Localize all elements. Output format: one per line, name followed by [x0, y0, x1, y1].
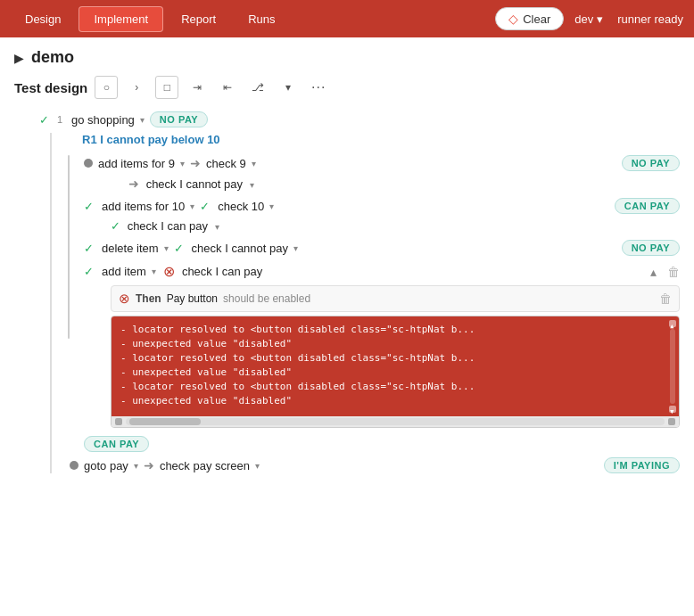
goto-row: goto pay ▾ ➜ check pay screen ▾ I'M PAYI…: [70, 457, 680, 473]
top-nav: Design Implement Report Runs ◇ Clear dev…: [0, 0, 694, 37]
scroll-down-btn[interactable]: ▾: [669, 406, 676, 413]
rule-label: R1 I cannot pay below 10: [66, 133, 680, 146]
circle-icon-btn[interactable]: ○: [95, 76, 118, 99]
square-icon-btn[interactable]: □: [155, 76, 178, 99]
step5-chevron-icon[interactable]: ▾: [152, 267, 156, 276]
step2-check-chevron-icon[interactable]: ▾: [252, 159, 256, 168]
step2-check[interactable]: check 9: [206, 157, 246, 170]
scroll-right-btn[interactable]: [668, 418, 675, 425]
error-line-2: - unexpected value "disabled": [120, 338, 513, 349]
error-line-5: - locator resolved to <button disabled c…: [120, 381, 513, 392]
then-row: ⊗ Then Pay button should be enabled 🗑: [111, 285, 680, 312]
goto-check-chevron-icon[interactable]: ▾: [255, 461, 260, 471]
clear-button[interactable]: ◇ Clear: [495, 7, 564, 30]
error-panel: - locator resolved to <button disabled c…: [112, 316, 679, 416]
can-pay-badge-row: CAN PAY: [84, 437, 680, 450]
test-design-row: Test design ○ › □ ⇥ ⇤ ⎇ ▾ ···: [14, 76, 680, 99]
step5-chevron-up-icon[interactable]: ▴: [650, 265, 657, 279]
scroll-up-btn[interactable]: ▴: [669, 320, 676, 327]
scroll-x-thumb[interactable]: [129, 418, 201, 425]
error-panel-border: - locator resolved to <button disabled c…: [111, 316, 680, 428]
chevron-right-icon-btn[interactable]: ›: [125, 76, 148, 99]
then-element[interactable]: Pay button: [167, 292, 218, 305]
step5-name[interactable]: add item: [102, 265, 146, 278]
error-panel-wrapper: - locator resolved to <button disabled c…: [111, 316, 680, 428]
step2-arrow-icon: ➜: [190, 156, 201, 170]
error-scrollbar-x: [112, 416, 679, 427]
goto-badge: I'M PAYING: [604, 457, 680, 473]
step1-name[interactable]: go shopping: [71, 113, 135, 127]
tab-implement[interactable]: Implement: [78, 6, 163, 32]
then-label: Then: [136, 292, 161, 305]
step4-badge: NO PAY: [622, 240, 680, 256]
chevron-down-icon: ▾: [597, 12, 603, 26]
step2-name[interactable]: add items for 9: [98, 157, 175, 170]
clear-label: Clear: [523, 12, 550, 26]
step1-chevron-icon[interactable]: ▾: [140, 115, 145, 125]
step3-check[interactable]: check 10: [218, 200, 264, 213]
branch-icon-btn[interactable]: ⎇: [246, 76, 269, 99]
then-should: should be enabled: [223, 292, 310, 305]
step4-check-chevron-icon[interactable]: ▾: [293, 243, 298, 253]
goto-dot-icon: [70, 461, 78, 470]
tab-runs[interactable]: Runs: [234, 7, 289, 31]
step2-chevron-icon[interactable]: ▾: [180, 159, 185, 168]
goto-arrow-icon: ➜: [144, 458, 154, 472]
step-row-3: ✓ add items for 10 ▾ ✓ check 10 ▾ CAN PA…: [84, 198, 680, 233]
step-row-2: add items for 9 ▾ ➜ check 9 ▾ NO PAY ➜ c…: [84, 155, 680, 191]
step5-check-icon: ✓: [84, 265, 96, 278]
goto-check[interactable]: check pay screen: [160, 459, 250, 472]
steps-area: ✓ 1 go shopping ▾ NO PAY R1 I cannot pay…: [14, 111, 680, 473]
project-name: demo: [31, 48, 74, 67]
tab-design[interactable]: Design: [11, 7, 75, 31]
step4-check-icon: ✓: [84, 242, 96, 255]
step5-error-icon: ⊗: [163, 263, 175, 280]
error-scrollbar-y[interactable]: ▴ ▾: [668, 320, 677, 413]
arrow-right-bar-icon-btn[interactable]: ⇥: [186, 76, 209, 99]
arrow-left-bar-icon-btn[interactable]: ⇤: [216, 76, 239, 99]
step3b-chevron-icon[interactable]: ▾: [215, 222, 219, 232]
goto-name[interactable]: goto pay: [84, 459, 128, 472]
step3-chevron-icon[interactable]: ▾: [190, 201, 194, 211]
step4-check[interactable]: check I cannot pay: [192, 242, 288, 255]
scroll-left-btn[interactable]: [115, 418, 122, 425]
step2b-check[interactable]: check I cannot pay: [146, 177, 243, 191]
error-line-4: - unexpected value "disabled": [120, 366, 513, 378]
more-options-button[interactable]: ···: [307, 76, 330, 99]
step3-check-icon: ✓: [84, 200, 96, 213]
step4-check2-icon: ✓: [174, 242, 186, 255]
error-line-1: - locator resolved to <button disabled c…: [120, 324, 513, 335]
env-selector[interactable]: dev ▾: [574, 12, 603, 26]
step3-name[interactable]: add items for 10: [102, 200, 185, 213]
diamond-icon: ◇: [508, 12, 518, 26]
step2-dot-icon: [84, 159, 93, 168]
step1-badge: NO PAY: [150, 111, 208, 127]
step4-name[interactable]: delete item: [102, 242, 159, 255]
step1-num: 1: [57, 114, 66, 125]
demo-header: ▶ demo: [14, 48, 680, 67]
test-design-label: Test design: [14, 80, 87, 95]
chevron-down-icon-btn[interactable]: ▾: [277, 76, 300, 99]
then-trash-icon[interactable]: 🗑: [659, 292, 672, 306]
step4-chevron-icon[interactable]: ▾: [164, 243, 169, 253]
error-line-6: - unexpected value "disabled": [120, 395, 513, 407]
tab-report[interactable]: Report: [167, 7, 230, 31]
step3b-check[interactable]: check I can pay: [128, 219, 208, 233]
step2b-arrow-icon: ➜: [128, 177, 139, 191]
runner-status: runner ready: [617, 12, 683, 26]
scroll-x-track[interactable]: [126, 418, 665, 425]
rule-text: R1 I cannot pay below 10: [82, 133, 220, 146]
play-icon[interactable]: ▶: [14, 51, 24, 65]
step3-check-chevron-icon[interactable]: ▾: [269, 201, 274, 211]
env-label: dev: [574, 12, 593, 26]
step-row-1: ✓ 1 go shopping ▾ NO PAY: [39, 111, 680, 127]
step5-check[interactable]: check I can pay: [182, 265, 262, 278]
step2b-chevron-icon[interactable]: ▾: [250, 180, 254, 190]
error-line-3: - locator resolved to <button disabled c…: [120, 352, 513, 364]
step-row-5: ✓ add item ▾ ⊗ check I can pay ▴ 🗑 ⊗: [84, 263, 680, 428]
then-error-icon: ⊗: [119, 291, 130, 307]
step5-trash-icon[interactable]: 🗑: [667, 265, 680, 279]
goto-chevron-icon[interactable]: ▾: [134, 461, 138, 471]
step3b-check-icon: ✓: [111, 219, 120, 233]
step2-badge: NO PAY: [622, 155, 680, 171]
